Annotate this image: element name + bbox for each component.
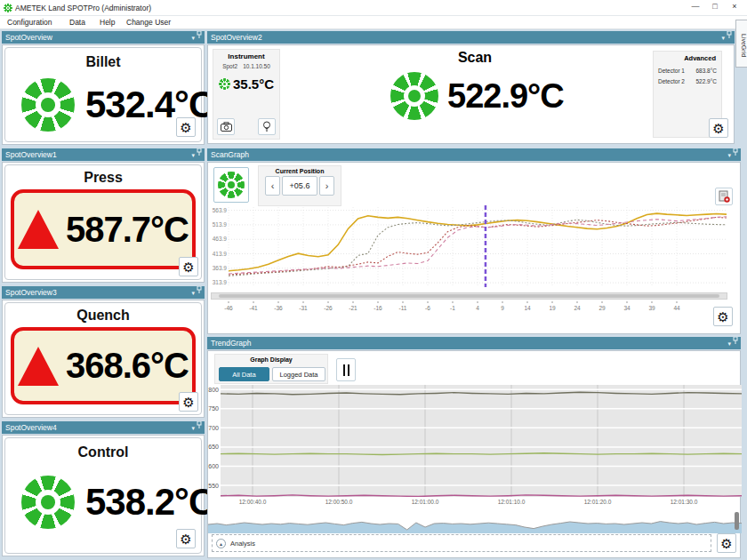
gear-icon[interactable]: ⚙ <box>176 117 196 137</box>
panel-header-trendgraph[interactable]: TrendGraph ▾ <box>207 337 741 349</box>
record-report-button[interactable] <box>715 188 733 205</box>
panel-header-spotoverview3[interactable]: SpotOverview3 ▾ <box>2 286 205 299</box>
svg-text:9: 9 <box>501 305 504 311</box>
svg-text:463.9: 463.9 <box>213 236 228 242</box>
svg-text:14: 14 <box>524 305 531 311</box>
alarm-triangle-icon <box>18 210 59 249</box>
pin-icon[interactable] <box>733 148 738 156</box>
caret-down-icon[interactable]: ▾ <box>722 35 726 41</box>
spot-name: Control <box>5 444 201 460</box>
svg-text:750: 750 <box>208 405 219 412</box>
panel-header-spotoverview2[interactable]: SpotOverview2 ▾ <box>207 31 735 44</box>
svg-text:-36: -36 <box>274 305 283 311</box>
trend-vscrollbar-thumb[interactable] <box>735 512 739 530</box>
trend-time-label: 12:00:40.0 <box>229 499 276 505</box>
status-ok-wheel-icon <box>219 78 230 90</box>
panel-header-spotoverview[interactable]: SpotOverview ▾ <box>2 31 205 44</box>
title-bar: AMETEK Land SPOTPro (Administrator) — □ … <box>0 0 747 16</box>
spot-name: Press <box>5 170 201 186</box>
caret-down-icon[interactable]: ▾ <box>192 152 196 158</box>
pin-icon[interactable] <box>197 421 202 429</box>
temperature-value: 538.2°C <box>85 481 214 524</box>
all-data-button[interactable]: All Data <box>219 367 269 381</box>
current-position-value[interactable]: +05.6 <box>282 176 317 196</box>
detector2-value: 522.9°C <box>695 78 717 84</box>
camera-icon <box>221 122 232 132</box>
spot-panel-control: Control 538.2°C ⚙ <box>2 435 205 556</box>
gear-icon[interactable]: ⚙ <box>179 257 198 276</box>
gear-icon[interactable]: ⚙ <box>179 392 198 412</box>
spot-panel-quench: Quench 368.6°C ⚙ <box>2 300 205 418</box>
trend-chart[interactable]: 550600650700750800 <box>208 385 742 497</box>
svg-text:363.9: 363.9 <box>213 265 228 271</box>
gear-icon[interactable]: ⚙ <box>713 307 733 326</box>
expander-icon[interactable]: ▴ <box>216 539 226 548</box>
position-prev-button[interactable]: ‹ <box>265 176 280 196</box>
spot-panel-scan: Instrument Spot2 10.1.10.50 35.5°C Scan … <box>207 44 735 144</box>
minimize-button[interactable]: — <box>687 2 704 11</box>
scan-chart[interactable]: 313.9363.9413.9463.9513.9563.9 <box>211 204 730 292</box>
pin-icon[interactable] <box>733 337 738 345</box>
caret-down-icon[interactable]: ▾ <box>728 340 732 347</box>
pin-icon[interactable] <box>197 286 202 294</box>
panel-title: SpotOverview4 <box>5 423 57 432</box>
instrument-ip: 10.1.10.50 <box>243 63 270 69</box>
caret-down-icon[interactable]: ▾ <box>192 425 196 431</box>
scan-title: Scan <box>422 50 528 66</box>
svg-text:39: 39 <box>648 305 655 311</box>
trend-overview-strip[interactable] <box>208 509 742 533</box>
svg-text:-26: -26 <box>324 305 333 311</box>
scan-hscrollbar[interactable] <box>211 292 727 300</box>
camera-button[interactable] <box>217 118 235 135</box>
panel-header-spotoverview1[interactable]: SpotOverview1 ▾ <box>2 148 205 161</box>
panel-header-spotoverview4[interactable]: SpotOverview4 ▾ <box>2 421 205 434</box>
svg-text:-21: -21 <box>349 305 357 311</box>
gear-icon[interactable]: ⚙ <box>709 118 728 138</box>
scan-x-axis: -46-41-36-31-26-21-16-11-6-1491419242934… <box>211 301 730 314</box>
current-position-label: Current Position <box>259 168 341 174</box>
trend-time-axis: 12:00:40.012:00:50.012:01:00.012:01:10.0… <box>208 497 742 508</box>
status-ok-wheel-icon <box>21 78 75 132</box>
gear-icon[interactable]: ⚙ <box>176 529 196 548</box>
caret-down-icon[interactable]: ▾ <box>192 35 196 41</box>
scanner-mode-button[interactable] <box>213 167 249 203</box>
pin-icon[interactable] <box>197 148 202 156</box>
position-next-button[interactable]: › <box>319 176 334 196</box>
menu-data[interactable]: Data <box>69 18 85 27</box>
scan-hscrollbar-thumb[interactable] <box>219 294 719 298</box>
trendgraph-panel: Graph Display All Data Logged Data 55060… <box>207 350 741 558</box>
window-title: AMETEK Land SPOTPro (Administrator) <box>15 4 151 12</box>
analysis-bar[interactable]: ▴ Analysis <box>212 534 711 552</box>
temperature-value: 368.6°C <box>66 346 189 386</box>
menu-configuration[interactable]: Configuration <box>7 18 52 27</box>
svg-text:19: 19 <box>549 305 556 311</box>
pause-button[interactable] <box>336 358 356 381</box>
pin-icon[interactable] <box>727 31 732 39</box>
record-report-icon <box>718 190 730 203</box>
svg-text:800: 800 <box>208 387 219 393</box>
panel-title: SpotOverview2 <box>211 33 262 42</box>
scanner-wheel-icon <box>218 172 245 198</box>
spot-panel-press: Press 587.7°C ⚙ <box>2 162 205 283</box>
menu-help[interactable]: Help <box>100 18 115 27</box>
menu-change-user[interactable]: Change User <box>126 18 171 27</box>
svg-text:600: 600 <box>208 463 219 469</box>
panel-header-scangraph[interactable]: ScanGraph ▾ <box>207 148 741 161</box>
logged-data-button[interactable]: Logged Data <box>272 367 325 381</box>
svg-text:550: 550 <box>208 483 219 489</box>
graph-display-group: Graph Display All Data Logged Data <box>214 354 328 384</box>
instrument-name: Spot2 <box>222 63 237 69</box>
maximize-button[interactable]: □ <box>706 2 724 11</box>
close-button[interactable]: × <box>726 2 743 11</box>
spot-panel-billet: Billet 532.4°C ⚙ <box>2 44 205 145</box>
livegrid-tab[interactable]: LiveGrid <box>735 20 747 68</box>
alarm-box: 587.7°C <box>11 189 196 269</box>
spot-name: Quench <box>5 308 201 324</box>
pin-icon[interactable] <box>197 31 202 39</box>
gear-icon[interactable]: ⚙ <box>717 533 736 553</box>
caret-down-icon[interactable]: ▾ <box>728 152 732 158</box>
laser-pointer-button[interactable] <box>258 118 276 135</box>
svg-text:-6: -6 <box>425 305 430 311</box>
panel-title: SpotOverview1 <box>5 150 57 159</box>
caret-down-icon[interactable]: ▾ <box>192 290 196 296</box>
